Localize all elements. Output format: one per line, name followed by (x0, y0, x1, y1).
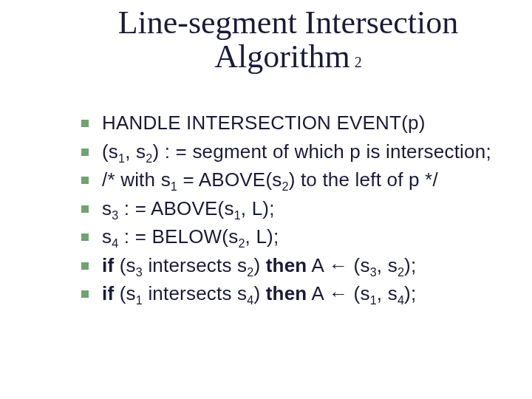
bullet-list: HANDLE INTERSECTION EVENT(p)(s1, s2) : =… (81, 111, 510, 310)
list-item: /* with s1 = ABOVE(s2) to the left of p … (81, 168, 510, 192)
list-item: if (s1 intersects s4) then A ← (s1, s4); (81, 282, 510, 306)
square-bullet-icon (81, 205, 89, 213)
list-item-text: if (s1 intersects s4) then A ← (s1, s4); (102, 282, 416, 306)
square-bullet-icon (81, 290, 89, 298)
list-item-text: HANDLE INTERSECTION EVENT(p) (102, 111, 426, 135)
square-bullet-icon (81, 177, 89, 184)
title-line-1: Line-segment Intersection (81, 6, 495, 40)
list-item: HANDLE INTERSECTION EVENT(p) (81, 111, 510, 135)
square-bullet-icon (81, 262, 89, 270)
list-item: s4 : = BELOW(s2, L); (81, 225, 510, 249)
list-item-text: if (s3 intersects s2) then A ← (s3, s2); (102, 253, 416, 278)
title-line-2: Algorithm (214, 38, 349, 75)
slide: Line-segment Intersection Algorithm2 HAN… (0, 0, 532, 399)
list-item: if (s3 intersects s2) then A ← (s3, s2); (81, 253, 510, 278)
list-item-text: s3 : = ABOVE(s1, L); (102, 197, 275, 221)
square-bullet-icon (81, 149, 89, 156)
square-bullet-icon (81, 120, 89, 127)
slide-title: Line-segment Intersection Algorithm2 (81, 6, 495, 74)
list-item: (s1, s2) : = segment of which p is inter… (81, 140, 510, 164)
list-item: s3 : = ABOVE(s1, L); (81, 197, 510, 221)
square-bullet-icon (81, 233, 89, 241)
list-item-text: s4 : = BELOW(s2, L); (102, 225, 279, 249)
list-item-text: /* with s1 = ABOVE(s2) to the left of p … (102, 168, 438, 192)
title-suffix: 2 (355, 54, 362, 70)
title-line-2-wrap: Algorithm2 (81, 40, 495, 74)
list-item-text: (s1, s2) : = segment of which p is inter… (102, 140, 491, 164)
